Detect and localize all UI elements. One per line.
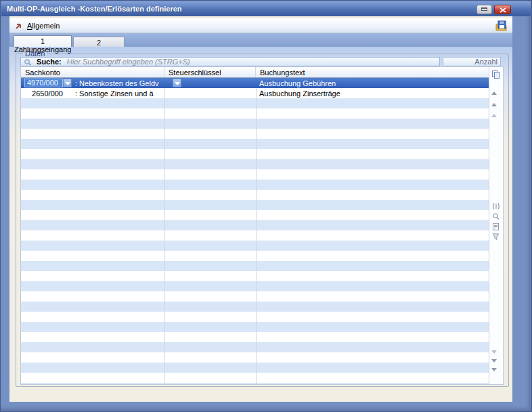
save-button[interactable] [495, 20, 508, 33]
search-label: Suche: [37, 58, 62, 66]
search-in-grid-icon[interactable] [491, 212, 502, 221]
table-row[interactable]: 2650/000 : Sonstige Zinsen und ä Ausbuch… [21, 88, 489, 98]
chevron-down-icon [65, 82, 70, 85]
tab-page: Daten Suche: Hier Suchbegriff eingeben (… [10, 47, 512, 402]
chevron-down-icon [175, 82, 180, 85]
search-icon [24, 58, 32, 66]
tab-zahlungseingang[interactable]: 1 Zahlungseingang [14, 35, 72, 47]
filter-icon[interactable] [491, 232, 502, 241]
sachkonto-dropdown-button[interactable] [63, 79, 72, 87]
search-input[interactable]: Suche: Hier Suchbegriff eingeben (STRG+S… [20, 57, 440, 66]
dialog-content: Allgemein 1 Zahlungseingang 2 Zahlungsau… [9, 16, 512, 402]
scroll-to-top-icon[interactable] [491, 83, 502, 92]
tab-strip: 1 Zahlungseingang 2 Zahlungsausgang [9, 33, 512, 47]
buchungstext-cell: Ausbuchung Zinserträge [259, 89, 340, 98]
sachkonto-number: 2650/000 [24, 89, 63, 98]
move-up-icon[interactable] [491, 95, 502, 104]
steuerschluessel-dropdown-button[interactable] [173, 79, 181, 87]
tab-zahlungsausgang[interactable]: 2 Zahlungsausgang [73, 37, 125, 47]
copy-icon[interactable] [491, 70, 502, 79]
grid-body: 4970/000 : Nebenkosten des Geldv Ausbuch… [21, 78, 489, 384]
search-placeholder: Hier Suchbegriff eingeben (STRG+S) [67, 58, 190, 66]
grid-header: Sachkonto Steuerschlüssel Buchungstext [21, 67, 489, 78]
data-grid: Sachkonto Steuerschlüssel Buchungstext 4… [20, 66, 504, 385]
restore-icon [481, 7, 487, 11]
table-row[interactable]: 4970/000 : Nebenkosten des Geldv Ausbuch… [21, 78, 489, 88]
fit-column-width-icon[interactable] [491, 202, 502, 211]
column-divider [164, 78, 165, 384]
dialog-window: Multi-OP-Ausgleich -Kosten/Erlösarten de… [0, 0, 532, 412]
export-icon[interactable] [491, 222, 502, 231]
jump-arrow-icon [15, 22, 23, 30]
save-icon [495, 20, 507, 31]
restore-button[interactable] [476, 5, 492, 14]
daten-groupbox: Daten Suche: Hier Suchbegriff eingeben (… [16, 54, 509, 387]
column-header-buchungstext[interactable]: Buchungstext [256, 67, 489, 77]
sachkonto-name: : Sonstige Zinsen und ä [75, 89, 154, 98]
column-header-steuerschluessel[interactable]: Steuerschlüssel [164, 67, 256, 77]
window-title: Multi-OP-Ausgleich -Kosten/Erlösarten de… [7, 5, 182, 13]
toolbar: Allgemein [9, 18, 512, 33]
sachkonto-name: : Nebenkosten des Geldv [75, 79, 159, 87]
record-count: Anzahl Datensätze:2 [443, 57, 501, 66]
buchungstext-cell: Ausbuchung Gebühren [259, 79, 336, 87]
titlebar: Multi-OP-Ausgleich -Kosten/Erlösarten de… [1, 1, 531, 16]
scroll-to-bottom-icon[interactable] [491, 371, 502, 380]
sachkonto-editor[interactable]: 4970/000 [24, 79, 63, 87]
close-icon [500, 7, 506, 14]
menu-allgemein[interactable]: Allgemein [25, 22, 62, 30]
scroll-up-icon[interactable] [491, 106, 502, 115]
grid-side-toolbar [489, 67, 503, 384]
column-divider [256, 78, 257, 384]
close-button[interactable] [494, 5, 511, 14]
column-header-sachkonto[interactable]: Sachkonto [21, 67, 164, 77]
